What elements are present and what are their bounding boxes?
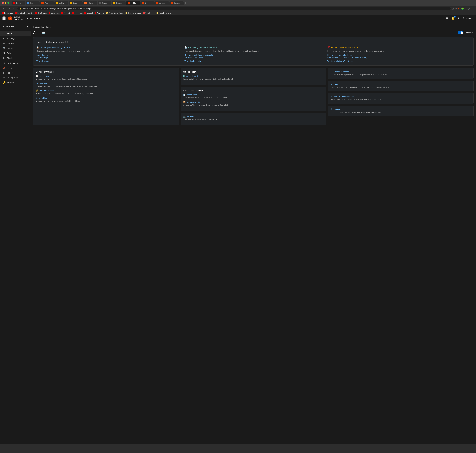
sidebar-item-environments[interactable]: ◈ Environments (0, 60, 30, 65)
perspective-selector[interactable]: ⟨/⟩ Developer ▾ (0, 23, 30, 29)
cluster-selector-button[interactable]: local-cluster ▾ (26, 17, 41, 20)
gs-link-helm-charts[interactable]: Discover certified Helm Charts → (327, 54, 470, 56)
apps-grid-button[interactable]: ⊞ (446, 16, 449, 21)
browser-tab[interactable]: Pipel… × (40, 1, 54, 5)
browser-tab[interactable]: Build… × (54, 1, 68, 5)
extensions-icon[interactable]: 🧩 (461, 7, 464, 10)
profile-icon[interactable]: C (458, 7, 460, 10)
bookmark-item[interactable]: Gmail (143, 12, 150, 14)
bookmark-item-it-toolbox[interactable]: IT Toolbox (72, 12, 82, 14)
all-services-link[interactable]: 📋 All services (36, 75, 176, 77)
pipelines-link[interactable]: ⚙ Pipelines (331, 108, 471, 111)
operator-backed-link[interactable]: ⚡ Operator Backed (36, 89, 176, 92)
gs-view-all-samples[interactable]: View all samples (36, 60, 179, 62)
hamburger-menu-button[interactable]: ☰ (2, 16, 6, 21)
gs-link-basic-spring[interactable]: Basic Spring Boot → (36, 57, 179, 59)
sidebar-item-add[interactable]: ＋ +Add (0, 31, 30, 36)
browser-tab[interactable]: demo… × (169, 1, 184, 5)
tab-close-icon[interactable]: × (95, 2, 96, 4)
gs-link-topology-build[interactable]: Start building your application quickly … (327, 57, 470, 59)
bookmark-item[interactable]: 📁 Presentation Res… (106, 12, 123, 14)
bookmark-item-products[interactable]: Products (61, 12, 71, 14)
notifications-button[interactable]: 🔔 5 (451, 16, 455, 21)
more-bookmarks-button[interactable]: » (152, 12, 153, 14)
new-tab-button[interactable]: + (184, 1, 187, 4)
user-menu[interactable]: admin ▾ (467, 17, 474, 20)
import-yaml-link[interactable]: 📄 Import YAML (183, 94, 324, 96)
sidebar-item-pipelines[interactable]: ▷ Pipelines (0, 56, 30, 60)
browser-tab[interactable]: Build… × (69, 1, 83, 5)
bookmark-item[interactable]: Support (85, 12, 93, 14)
container-images-link[interactable]: 🖥 Container images (331, 71, 471, 73)
sidebar-item-configmaps[interactable]: ☰ ConfigMaps (0, 75, 30, 80)
download-icon[interactable]: ⬇ (465, 7, 467, 10)
browser-tab[interactable]: Com… × (98, 1, 111, 5)
sidebar-item-search[interactable]: 🔍 Search (0, 46, 30, 51)
details-toggle-switch[interactable] (458, 31, 463, 34)
bookmark-item[interactable]: New Hire (94, 12, 104, 14)
sidebar-item-secrets[interactable]: 🔑 Secrets (0, 80, 30, 85)
project-selector-button[interactable]: Project: demo-bnpp ▾ (33, 26, 52, 28)
helm-chart-repositories-card[interactable]: ⎈ Helm Chart repositories Add a Helm Cha… (328, 93, 474, 104)
upload-jar-link[interactable]: 📦 Upload JAR file (183, 101, 324, 103)
tab-close-icon[interactable]: × (152, 2, 153, 4)
sidebar-item-helm[interactable]: ⛵ Helm (0, 65, 30, 70)
getting-started-help-icon[interactable]: ? (65, 41, 68, 43)
catalog-item-all-services[interactable]: 📋 All services Browse the catalog to dis… (36, 75, 176, 80)
pipelines-card[interactable]: ⚙ Pipelines Create a Tekton Pipeline to … (328, 106, 474, 116)
maximize-window-button[interactable] (7, 2, 9, 4)
sharing-link[interactable]: ↗ Sharing (331, 83, 471, 85)
bookmark-item[interactable]: 📁 Red Hat External (125, 12, 141, 14)
getting-started-more-icon[interactable]: ⋮ (468, 41, 470, 44)
reload-button[interactable]: ↻ (12, 7, 16, 10)
minimize-window-button[interactable] (5, 2, 7, 4)
tab-close-icon[interactable]: × (181, 2, 182, 4)
samples-item[interactable]: 💻 Samples Create an application from a c… (183, 115, 324, 121)
tab-close-icon[interactable]: × (80, 2, 81, 4)
address-bar[interactable]: 🔒 console-openshift-console.apps.cluster… (17, 7, 451, 10)
sidebar-item-observe[interactable]: ◎ Observe (0, 41, 30, 46)
import-from-git-link[interactable]: Import from Git (183, 75, 324, 77)
sidebar-item-project[interactable]: ◻ Project (0, 70, 30, 75)
tab-close-icon[interactable]: × (123, 2, 124, 4)
container-images-card[interactable]: 🖥 Container images Deploy an existing Im… (328, 68, 474, 79)
tab-close-icon[interactable]: × (109, 2, 110, 4)
bookmark-item[interactable]: Role Enablement S… (15, 12, 34, 14)
mic-icon[interactable]: 🎤 (468, 7, 471, 10)
close-window-button[interactable] (2, 2, 4, 4)
tab-close-icon[interactable]: × (166, 2, 167, 4)
help-button[interactable]: ? (462, 16, 465, 21)
database-link[interactable]: 🗃 Database (36, 82, 176, 85)
helm-chart-link[interactable]: ⎈ Helm Chart (36, 97, 176, 99)
tab-close-icon[interactable]: × (23, 2, 24, 4)
browser-tab[interactable]: demo… × (154, 1, 169, 5)
browser-tab[interactable]: gitlab… × (83, 1, 97, 5)
git-import-item[interactable]: Import from Git Import code from your Gi… (183, 75, 324, 80)
browser-tab-active[interactable]: +Add… × (126, 1, 140, 5)
browser-tab[interactable]: Règl… × (12, 1, 25, 5)
catalog-item-operator-backed[interactable]: ⚡ Operator Backed Browse the catalog to … (36, 89, 176, 95)
upload-jar-item[interactable]: 📦 Upload JAR file Upload a JAR file from… (183, 101, 324, 106)
gs-view-all-quick-starts[interactable]: View all quick starts (184, 60, 322, 62)
forward-button[interactable]: → (7, 7, 11, 10)
tab-close-icon[interactable]: × (37, 2, 38, 4)
translate-icon[interactable]: ⊞ (452, 7, 454, 10)
gs-link-basic-quarkus[interactable]: Basic Quarkus → (36, 54, 179, 56)
helm-repos-link[interactable]: ⎈ Helm Chart repositories (331, 96, 471, 98)
catalog-item-database[interactable]: 🗃 Database Browse the catalog to discove… (36, 82, 176, 88)
bookmark-item[interactable]: Sales plays (49, 12, 60, 14)
menu-icon[interactable]: ⋮ (472, 7, 474, 10)
import-yaml-item[interactable]: 📄 Import YAML Create resources from thei… (183, 94, 324, 99)
browser-tab[interactable]: Build… × (112, 1, 126, 5)
back-button[interactable]: ← (2, 7, 6, 10)
tab-close-icon[interactable]: × (52, 2, 52, 4)
gs-view-all-explore[interactable]: What's new in OpenShift 4.14 ↗ (327, 60, 470, 62)
add-button[interactable]: ⊕ (457, 16, 460, 21)
browser-tab[interactable]: test-… × (140, 1, 154, 5)
tab-close-icon[interactable]: × (138, 2, 139, 4)
sharing-card[interactable]: ↗ Sharing Project access allows you to a… (328, 81, 474, 91)
star-icon[interactable]: ☆ (455, 7, 457, 10)
bookmark-item-the-source[interactable]: The Source (36, 12, 47, 14)
bookmark-item-all-favorites[interactable]: 📁 Tous les favoris (156, 12, 171, 14)
browser-tab[interactable]: Light… × (26, 1, 40, 5)
